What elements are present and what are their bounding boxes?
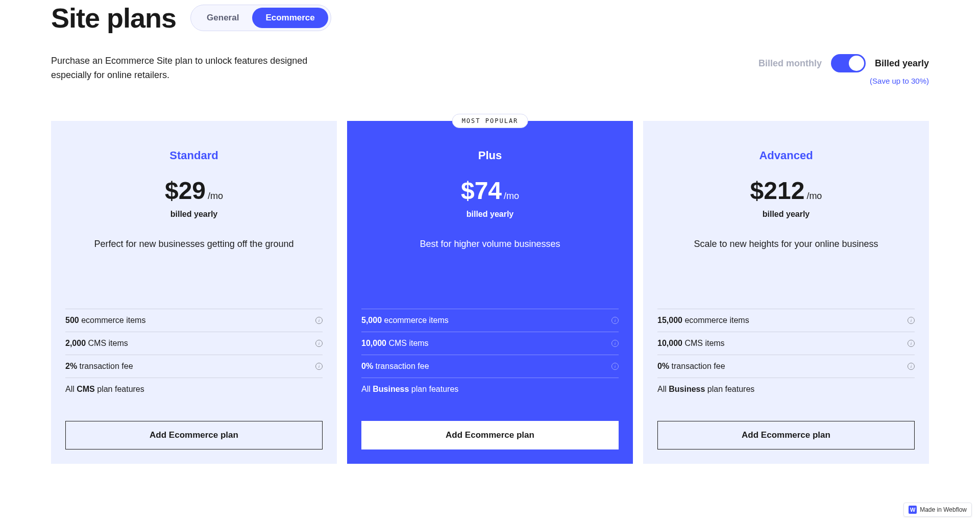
- feature-row: 15,000 ecommerce items i: [657, 309, 915, 332]
- feature-row: All Business plan features: [657, 378, 915, 401]
- page-title: Site plans: [51, 2, 176, 34]
- feature-row: 5,000 ecommerce items i: [361, 309, 619, 332]
- billing-save-note: (Save up to 30%): [870, 77, 929, 85]
- plan-name: Advanced: [657, 149, 915, 162]
- plan-description: Perfect for new businesses getting off t…: [65, 237, 323, 273]
- feature-text: 0% transaction fee: [361, 362, 429, 371]
- plans-grid: Standard $29/mo billed yearly Perfect fo…: [51, 121, 929, 464]
- feature-row: 2,000 CMS items i: [65, 332, 323, 355]
- feature-text: 10,000 CMS items: [657, 339, 725, 348]
- plan-features: 15,000 ecommerce items i 10,000 CMS item…: [657, 309, 915, 401]
- plan-type-tabs: General Ecommerce: [190, 5, 331, 31]
- plan-price-row: $74/mo: [361, 177, 619, 205]
- plan-price-row: $212/mo: [657, 177, 915, 205]
- plan-price: $29: [165, 177, 206, 204]
- feature-text: 500 ecommerce items: [65, 316, 145, 325]
- plan-per: /mo: [208, 191, 223, 201]
- plan-name: Standard: [65, 149, 323, 162]
- plan-card-plus: MOST POPULAR Plus $74/mo billed yearly B…: [347, 121, 633, 464]
- plan-per: /mo: [504, 191, 519, 201]
- feature-text: 2% transaction fee: [65, 362, 133, 371]
- add-plan-button[interactable]: Add Ecommerce plan: [361, 421, 619, 449]
- plan-price: $74: [461, 177, 502, 204]
- feature-row: All Business plan features: [361, 378, 619, 401]
- info-icon[interactable]: i: [908, 317, 915, 324]
- info-icon[interactable]: i: [611, 317, 619, 324]
- plan-billed-note: billed yearly: [657, 210, 915, 219]
- add-plan-button[interactable]: Add Ecommerce plan: [657, 421, 915, 449]
- page-description: Purchase an Ecommerce Site plan to unloc…: [51, 54, 347, 83]
- billing-monthly-label[interactable]: Billed monthly: [758, 58, 822, 69]
- info-icon[interactable]: i: [315, 317, 323, 324]
- feature-row: 500 ecommerce items i: [65, 309, 323, 332]
- toggle-knob: [849, 56, 864, 71]
- feature-row: All CMS plan features: [65, 378, 323, 401]
- info-icon[interactable]: i: [611, 340, 619, 347]
- feature-text: 5,000 ecommerce items: [361, 316, 449, 325]
- billing-yearly-label[interactable]: Billed yearly: [875, 58, 929, 69]
- feature-row: 10,000 CMS items i: [657, 332, 915, 355]
- billing-toggle[interactable]: [831, 54, 866, 72]
- feature-text: All Business plan features: [361, 385, 458, 394]
- plan-description: Best for higher volume businesses: [361, 237, 619, 273]
- feature-row: 10,000 CMS items i: [361, 332, 619, 355]
- plan-per: /mo: [806, 191, 822, 201]
- feature-row: 0% transaction fee i: [657, 355, 915, 378]
- plan-billed-note: billed yearly: [65, 210, 323, 219]
- add-plan-button[interactable]: Add Ecommerce plan: [65, 421, 323, 449]
- feature-text: 2,000 CMS items: [65, 339, 128, 348]
- plan-features: 5,000 ecommerce items i 10,000 CMS items…: [361, 309, 619, 401]
- plan-description: Scale to new heights for your online bus…: [657, 237, 915, 273]
- most-popular-badge: MOST POPULAR: [452, 114, 528, 128]
- plan-price: $212: [750, 177, 805, 204]
- plan-name: Plus: [361, 149, 619, 162]
- info-icon[interactable]: i: [908, 340, 915, 347]
- info-icon[interactable]: i: [315, 363, 323, 370]
- feature-text: 15,000 ecommerce items: [657, 316, 749, 325]
- feature-row: 0% transaction fee i: [361, 355, 619, 378]
- info-icon[interactable]: i: [315, 340, 323, 347]
- plan-price-row: $29/mo: [65, 177, 323, 205]
- info-icon[interactable]: i: [611, 363, 619, 370]
- feature-text: 10,000 CMS items: [361, 339, 429, 348]
- feature-text: All Business plan features: [657, 385, 754, 394]
- plan-card-advanced: Advanced $212/mo billed yearly Scale to …: [643, 121, 929, 464]
- feature-row: 2% transaction fee i: [65, 355, 323, 378]
- plan-features: 500 ecommerce items i 2,000 CMS items i …: [65, 309, 323, 401]
- feature-text: 0% transaction fee: [657, 362, 725, 371]
- info-icon[interactable]: i: [908, 363, 915, 370]
- plan-billed-note: billed yearly: [361, 210, 619, 219]
- feature-text: All CMS plan features: [65, 385, 144, 394]
- tab-general[interactable]: General: [193, 8, 252, 28]
- tab-ecommerce[interactable]: Ecommerce: [252, 8, 328, 28]
- billing-switch-group: Billed monthly Billed yearly (Save up to…: [758, 54, 929, 85]
- plan-card-standard: Standard $29/mo billed yearly Perfect fo…: [51, 121, 337, 464]
